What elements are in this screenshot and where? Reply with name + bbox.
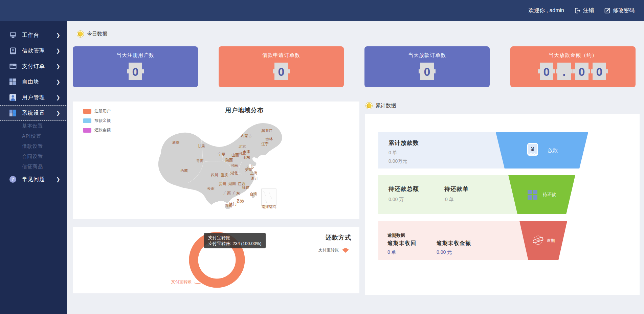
blocks-grid-icon: [528, 190, 537, 200]
submenu-item-system-settings-1[interactable]: API设置: [0, 131, 67, 141]
funnel-row-loan: 累计放款数 0 单 0.00万元 ¥ 放款: [378, 132, 626, 169]
sidebar-item-label: 支付订单: [22, 63, 56, 70]
flip-digit: 0: [575, 63, 589, 80]
svg-text:¥: ¥: [12, 48, 14, 52]
submenu-item-system-settings-0[interactable]: 基本设置: [0, 121, 67, 131]
stat-card-title: 借款申请订单数: [219, 46, 344, 59]
loan-amount-value: 0.00万元: [388, 158, 407, 164]
sidebar-item-label: 用户管理: [22, 94, 56, 101]
overdue-count-title: 逾期未收回: [387, 240, 416, 247]
overdue-amount-title: 逾期未收金额: [437, 240, 471, 247]
donut-legend-item[interactable]: 支付宝转账: [318, 247, 350, 253]
map-legend-item-1[interactable]: 放款金额: [83, 118, 111, 124]
province-label: 山西: [231, 153, 239, 158]
legend-label: 放款金额: [94, 118, 111, 124]
repayment-method-panel: 还款方式 支付宝转账 支付宝转账 支付宝转账: 234 (100.00%) 支付…: [73, 227, 359, 293]
sidebar-item-user-management[interactable]: 用户管理❯: [0, 90, 67, 105]
sidebar-item-label: 系统设置: [22, 110, 56, 117]
stat-card-value: 0: [364, 63, 490, 80]
sidebar-item-free-blocks[interactable]: 自由块❯: [0, 74, 67, 90]
blocks-icon: [9, 78, 17, 86]
flip-digit: 0: [129, 63, 142, 80]
stat-card-title: 当天注册用户数: [73, 46, 198, 59]
stat-card-value: 0.00: [510, 63, 636, 80]
province-label: 南海诸岛: [262, 204, 276, 209]
province-label: 山东: [243, 155, 250, 160]
province-label: 甘肃: [198, 143, 205, 149]
map-legend: 注册用户放款金额还款金额: [83, 108, 111, 137]
province-label: 广东: [232, 191, 240, 196]
submenu-item-system-settings-2[interactable]: 借款设置: [0, 141, 67, 151]
sidebar-item-loan-management[interactable]: ¥借款管理❯: [0, 43, 67, 59]
change-password-button[interactable]: 修改密码: [604, 7, 635, 14]
legend-label: 还款金额: [94, 127, 111, 133]
overdue-amount-value: 0.00 元: [437, 249, 452, 255]
sidebar-item-payment-orders[interactable]: 支付订单❯: [0, 59, 67, 74]
province-label: 辽宁: [261, 141, 269, 147]
china-map-chart[interactable]: 黑龙江内蒙古吉林辽宁新疆北京天津甘肃河北山西宁夏山东青海陕西河南江苏安徽上海西藏…: [130, 120, 286, 215]
submenu-item-system-settings-4[interactable]: 信征商品: [0, 161, 67, 172]
pending-count-title: 待还款单: [444, 185, 469, 193]
chevron-right-icon: ❯: [56, 48, 60, 54]
sidebar-item-label: 工作台: [22, 32, 56, 39]
logout-button[interactable]: 注销: [574, 7, 594, 14]
map-legend-item-0[interactable]: 注册用户: [83, 108, 111, 114]
sidebar-item-label: 常见问题: [22, 176, 56, 183]
monitor-icon: [9, 31, 17, 39]
province-label: 广西: [223, 191, 231, 196]
loan-count-value: 0 单: [388, 150, 397, 156]
chevron-right-icon: ❯: [56, 110, 60, 116]
overdue-count-value: 0 单: [387, 249, 396, 255]
sidebar-item-system-settings[interactable]: 系统设置❯: [0, 105, 67, 121]
tooltip-series-name: 支付宝转账: [208, 235, 262, 241]
funnel-row-overdue: 逾期数据 逾期未收回 0 单 逾期未收金额 0.00 元 逾期 逾期: [378, 221, 626, 260]
donut-tooltip: 支付宝转账 支付宝转账: 234 (100.00%): [204, 233, 266, 248]
flip-digit: 0: [593, 63, 606, 80]
logout-label: 注销: [583, 7, 594, 14]
flip-digit: 0: [274, 63, 288, 80]
legend-label: 注册用户: [94, 108, 111, 114]
sidebar-item-faq[interactable]: ?常见问题❯: [0, 172, 67, 187]
province-label: 新疆: [172, 140, 180, 145]
province-label: 宁夏: [218, 152, 225, 157]
map-legend-item-2[interactable]: 还款金额: [83, 127, 111, 133]
overdue-stage-label: 逾期: [547, 238, 555, 244]
tooltip-value: 支付宝转账: 234 (100.00%): [208, 241, 262, 246]
province-label: 海南: [225, 203, 232, 208]
province-label: 北京: [239, 144, 246, 149]
province-label: 重庆: [221, 173, 228, 178]
donut-legend-label: 支付宝转账: [318, 247, 339, 253]
submenu-item-system-settings-3[interactable]: 合同设置: [0, 151, 67, 161]
province-labels: 黑龙江内蒙古吉林辽宁新疆北京天津甘肃河北山西宁夏山东青海陕西河南江苏安徽上海西藏…: [130, 120, 286, 215]
province-label: 黑龙江: [262, 128, 273, 133]
flip-digit: 0: [420, 63, 434, 80]
today-section-title: 今日数据: [87, 31, 107, 37]
sidebar-item-workbench[interactable]: 工作台❯: [0, 27, 67, 43]
legend-swatch: [83, 109, 91, 114]
province-label: 陕西: [225, 158, 233, 163]
flip-digit: .: [557, 63, 571, 80]
chevron-right-icon: ❯: [56, 79, 60, 85]
loan-funnel-stage: ¥ 放款: [496, 132, 588, 169]
province-label: 香港: [237, 199, 244, 204]
change-password-label: 修改密码: [613, 7, 635, 14]
total-section-label: 累计数据: [366, 103, 396, 109]
map-chart-title: 用户地域分布: [200, 106, 288, 114]
stat-card-value: 0: [219, 63, 344, 80]
welcome-text: 欢迎你 , admin: [529, 7, 564, 14]
stat-card-1: 借款申请订单数0: [219, 46, 344, 87]
loan-ticket-icon: ¥: [9, 47, 17, 55]
stat-card-title: 当天放款金额（约）: [510, 46, 636, 59]
province-label: 湖北: [230, 171, 238, 176]
pending-funnel-stage: 待还款: [508, 175, 575, 214]
province-label: 上海: [250, 171, 258, 176]
sidebar-item-label: 借款管理: [22, 47, 56, 54]
sidebar-item-label: 自由块: [22, 78, 56, 86]
coin-icon: [366, 103, 372, 109]
payment-card-icon: [9, 62, 17, 70]
main-content: 今日数据 当天注册用户数0借款申请订单数0当天放款订单数0当天放款金额（约）0.…: [67, 21, 644, 314]
province-label: 内蒙古: [241, 133, 252, 138]
submenu-system-settings: 基本设置API设置借款设置合同设置信征商品: [0, 121, 67, 172]
province-label: 青海: [196, 158, 204, 163]
stat-card-value: 0: [73, 63, 198, 80]
